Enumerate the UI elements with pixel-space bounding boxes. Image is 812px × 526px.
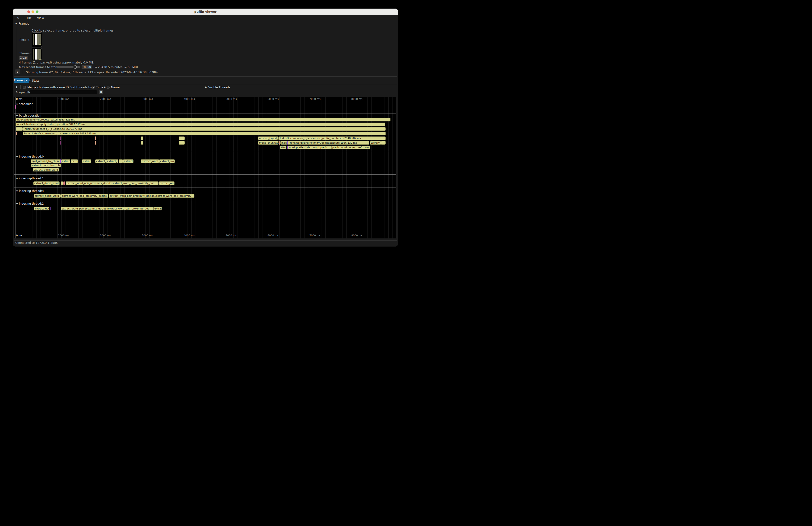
thread-header-indexing-thread:3[interactable]: ▼indexing-thread:3 bbox=[16, 189, 44, 192]
flamegraph-scope-bar[interactable] bbox=[66, 136, 66, 140]
flamegraph-scope-bar[interactable]: extract_docid_word bbox=[34, 194, 61, 198]
flamegraph-scope-bar[interactable]: extract bbox=[61, 159, 71, 163]
clear-frames-button[interactable]: Clear bbox=[19, 56, 28, 60]
thread-collapse-icon[interactable]: ▼ bbox=[16, 177, 18, 180]
frame-thumbnail-bar[interactable] bbox=[33, 49, 34, 60]
flamegraph-scope-bar[interactable]: extract_docid_word bbox=[33, 168, 59, 172]
frame-thumbnail-bar[interactable] bbox=[37, 34, 39, 45]
frames-section-header[interactable]: Frames bbox=[18, 22, 29, 25]
flamegraph-scope-bar[interactable] bbox=[179, 136, 185, 140]
recent-frames-thumbnail[interactable] bbox=[32, 32, 42, 47]
flamegraph-scope-bar[interactable]: IndexScheduler>::process_batch 8953.821 … bbox=[16, 118, 390, 122]
flamegraph-scope-bar[interactable]: split_grenad_by_chun bbox=[31, 159, 60, 163]
frame-thumbnail-bar[interactable] bbox=[39, 49, 41, 60]
thread-collapse-icon[interactable]: ▼ bbox=[16, 103, 18, 105]
flamegraph-scope-bar[interactable] bbox=[60, 136, 61, 140]
flamegraph-scope-bar[interactable] bbox=[179, 141, 185, 145]
thread-collapse-icon[interactable]: ▼ bbox=[16, 190, 18, 192]
flamegraph-scope-bar[interactable] bbox=[61, 181, 63, 185]
clear-filter-button[interactable]: x bbox=[99, 90, 103, 94]
menu-view[interactable]: View bbox=[37, 16, 44, 20]
flamegraph-scope-bar[interactable]: extract_word_pair_proximity_docids::extr… bbox=[66, 181, 159, 185]
slider-knob[interactable] bbox=[73, 65, 77, 69]
thread-collapse-icon[interactable]: ▼ bbox=[16, 203, 18, 205]
flamegraph-scope-bar[interactable]: WordPr bbox=[370, 141, 381, 145]
frame-thumbnail-bar[interactable] bbox=[35, 49, 37, 60]
flamegraph-canvas[interactable]: 0 ms0 ms1000 ms1000 ms2000 ms2000 ms3000… bbox=[14, 97, 396, 238]
flamegraph-scope-bar[interactable]: IndexScheduler>::apply_index_operation 8… bbox=[16, 122, 386, 126]
frame-thumbnail-bar[interactable] bbox=[33, 34, 34, 45]
tab-stats[interactable]: Stats bbox=[32, 79, 39, 82]
flamegraph-scope-bar[interactable]: extract_wo bbox=[159, 181, 174, 185]
flamegraph-scope-bar[interactable]: IndexDocuments<_, _>::execute 8656.677 m… bbox=[23, 127, 386, 131]
visible-threads-header[interactable]: Visible Threads bbox=[208, 86, 230, 89]
flamegraph-scope-bar[interactable]: extract_word_pair_proximity_docids::extr… bbox=[109, 194, 194, 198]
flamegraph-scope-bar[interactable]: extract_ bbox=[106, 159, 118, 163]
frame-thumbnail-bar[interactable] bbox=[39, 34, 41, 45]
flamegraph-scope-bar[interactable] bbox=[95, 136, 96, 140]
scope-filter-input[interactable] bbox=[30, 90, 97, 94]
merge-children-checkbox[interactable] bbox=[23, 86, 26, 89]
flamegraph-scope-bar[interactable]: IndexDocuments<_, _>::execute_prefix_dat… bbox=[279, 136, 386, 140]
visible-threads-collapse-icon[interactable]: ▶ bbox=[205, 86, 207, 88]
slowest-frames-thumbnail[interactable] bbox=[32, 48, 42, 60]
flamegraph-scope-bar[interactable] bbox=[141, 141, 143, 145]
max-frames-slider[interactable] bbox=[57, 66, 80, 68]
flamegraph-scope-bar[interactable]: Word bbox=[280, 146, 287, 149]
flamegraph-scope-bar[interactable]: prefix_word::index_prefix_wo bbox=[331, 146, 370, 149]
flamegraph-scope-bar[interactable]: extra bbox=[71, 159, 78, 163]
frame-thumbnail-bar[interactable] bbox=[37, 49, 39, 60]
flamegraph-scope-bar[interactable]: extract_wo bbox=[159, 159, 175, 163]
flamegraph-scope-bar[interactable]: extract::data_from_ob bbox=[31, 164, 61, 167]
flamegraph-scope-bar[interactable] bbox=[66, 141, 66, 145]
play-pause-button[interactable]: ▶ bbox=[15, 70, 20, 74]
flamegraph-scope-bar[interactable]: extract_word bbox=[141, 159, 159, 163]
flamegraph-scope-bar[interactable] bbox=[95, 141, 96, 145]
flamegraph-scope-bar[interactable]: PrefixWordPairsProximityDocids::execute … bbox=[288, 141, 369, 145]
frame-thumbnail-bar[interactable] bbox=[35, 34, 37, 45]
flamegraph-scope-bar[interactable]: extract bbox=[123, 159, 133, 163]
flamegraph-scope-bar[interactable] bbox=[63, 181, 65, 185]
sort-by-name-label[interactable]: Name bbox=[111, 86, 119, 89]
flamegraph-scope-bar[interactable] bbox=[60, 141, 61, 145]
thread-header-scheduler[interactable]: ▼scheduler bbox=[16, 102, 33, 106]
flamegraph-scope-bar[interactable] bbox=[16, 127, 23, 131]
thread-collapse-icon[interactable]: ▼ bbox=[16, 156, 18, 158]
tab-flamegraph[interactable]: Flamegraph bbox=[14, 78, 29, 83]
max-frames-value[interactable]: 18000 bbox=[82, 65, 91, 69]
thread-header-indexing-thread:0[interactable]: ▼indexing-thread:0 bbox=[16, 155, 44, 158]
flamegraph-scope-bar[interactable]: extrac bbox=[154, 207, 162, 210]
flamegraph-scope-bar[interactable] bbox=[60, 159, 61, 163]
sort-by-time-radio[interactable] bbox=[92, 86, 95, 89]
thread-header-indexing-thread:2[interactable]: ▼indexing-thread:2 bbox=[16, 202, 44, 205]
flamegraph-scope-bar[interactable]: extract_ bbox=[95, 159, 106, 163]
sort-by-time-label[interactable]: Time bbox=[96, 86, 103, 89]
flamegraph-scope-bar[interactable] bbox=[119, 159, 123, 163]
help-button[interactable]: ? bbox=[16, 86, 17, 89]
flamegraph-scope-bar[interactable]: typed_chunk::w bbox=[258, 141, 278, 145]
flamegraph-scope-bar[interactable]: extract_word_pair_proximity_docids bbox=[61, 194, 108, 198]
thread-header-batch-operation[interactable]: ▼batch-operation bbox=[16, 114, 41, 117]
flamegraph-scope-bar[interactable] bbox=[50, 207, 51, 210]
flamegraph-scope-bar[interactable]: IndexDocuments<_, _>::execute_raw 8459.1… bbox=[31, 132, 386, 135]
flamegraph-scope-bar[interactable]: receive_typed_ bbox=[258, 136, 278, 140]
flamegraph-scope-bar[interactable]: extract_word_pair_proximity_docids::extr… bbox=[61, 207, 153, 210]
sort-direction-arrow-icon[interactable]: ↓ bbox=[104, 85, 106, 89]
flamegraph-scope-bar[interactable] bbox=[287, 146, 288, 149]
flamegraph-scope-bar[interactable] bbox=[279, 141, 280, 145]
flamegraph-scope-bar[interactable]: word_prefix::index_word_prefix_ bbox=[288, 146, 331, 149]
flamegraph-scope-bar[interactable]: index bbox=[280, 141, 287, 145]
flamegraph-scope-bar[interactable]: extrac bbox=[82, 159, 91, 163]
menu-file[interactable]: File bbox=[27, 16, 32, 20]
sort-by-name-radio[interactable] bbox=[106, 86, 110, 89]
thread-header-indexing-thread:1[interactable]: ▼indexing-thread:1 bbox=[16, 177, 44, 180]
flamegraph-scope-bar[interactable]: extract_docid_word bbox=[33, 181, 60, 185]
flamegraph-scope-bar[interactable] bbox=[15, 105, 16, 109]
flamegraph-scope-bar[interactable] bbox=[141, 136, 143, 140]
flamegraph-scope-bar[interactable] bbox=[381, 141, 386, 145]
frames-collapse-icon[interactable]: ▼ bbox=[15, 23, 17, 25]
flamegraph-scope-bar[interactable] bbox=[16, 132, 17, 135]
thread-collapse-icon[interactable]: ▼ bbox=[16, 115, 18, 117]
theme-toggle-icon[interactable]: ☀ bbox=[16, 16, 19, 20]
flamegraph-scope-bar[interactable]: extract_doc bbox=[34, 207, 49, 210]
